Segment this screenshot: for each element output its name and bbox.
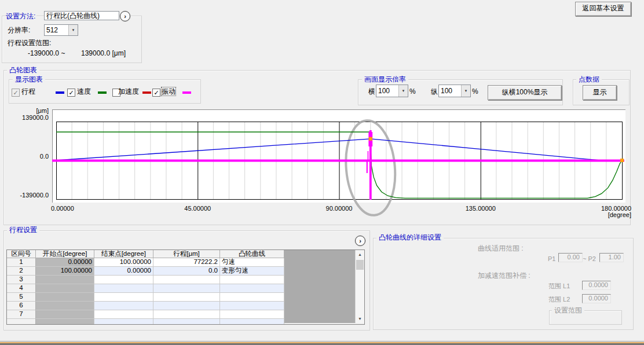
table-cell[interactable]	[36, 293, 94, 302]
stroke-expand-button[interactable]: ›	[355, 236, 365, 246]
table-cell[interactable]	[36, 310, 94, 319]
svg-text:45.00000: 45.00000	[184, 205, 211, 212]
h-percent-label: %	[409, 87, 416, 96]
point-data-show-button[interactable]: 显示	[583, 85, 617, 100]
setting-method-value[interactable]: 行程比(凸轮曲线)	[44, 11, 119, 20]
back-to-basic-button[interactable]: 返回基本设置	[575, 2, 631, 16]
resolution-value: 512	[45, 27, 68, 34]
v-zoom-combo[interactable]: 100 ▼	[438, 85, 471, 97]
stroke-range-to: 139000.0 [μm]	[81, 49, 126, 57]
table-cell[interactable]	[220, 276, 284, 284]
checkbox-vibration[interactable]	[152, 89, 160, 97]
table-cell[interactable]	[36, 302, 94, 310]
table-cell[interactable]	[94, 310, 153, 319]
table-cell[interactable]: 100.00000	[94, 258, 153, 267]
table-cell[interactable]	[220, 284, 284, 293]
dropdown-arrow-icon[interactable]: ▼	[398, 85, 408, 97]
table-cell[interactable]	[220, 310, 284, 319]
legend-color-vibration	[182, 91, 191, 94]
cam-chart-canvas: 0.0000045.0000090.00000135.00000180.0000…	[0, 106, 644, 223]
curve-range-label: 曲线适用范围 :	[478, 245, 524, 252]
svg-text:90.00000: 90.00000	[326, 205, 353, 212]
zoom-group-title: 画面显示倍率	[362, 76, 408, 83]
table-cell[interactable]	[94, 302, 153, 310]
table-cell[interactable]: 0.00000	[36, 258, 94, 267]
resolution-combo[interactable]: 512 ▼	[44, 24, 78, 36]
table-rownum-cell: 6	[7, 302, 36, 310]
checkbox-velocity[interactable]	[67, 89, 75, 97]
checkbox-stroke[interactable]	[12, 89, 20, 97]
dropdown-arrow-icon[interactable]: ▼	[461, 85, 470, 97]
table-header-cell: 开始点[degree]	[36, 250, 94, 258]
legend-color-acceleration	[142, 91, 151, 94]
table-cell[interactable]	[94, 284, 153, 293]
table-cell[interactable]	[220, 293, 284, 302]
table-rownum-cell: 7	[7, 310, 36, 319]
table-cell[interactable]	[36, 319, 94, 325]
table-cell[interactable]	[220, 319, 284, 325]
stroke-range-from: -139000.0 ~	[28, 49, 65, 57]
setting-method-label: 设置方法:	[6, 12, 36, 20]
scrollbar-thumb[interactable]	[356, 260, 364, 270]
table-cell[interactable]: 变形匀速	[220, 267, 284, 276]
accel-comp-label: 加减速范围补偿 :	[478, 272, 530, 280]
range-l1-field: 0.0000	[582, 281, 611, 290]
table-scrollbar[interactable]	[355, 250, 364, 323]
scroll-up-icon[interactable]	[356, 250, 364, 259]
table-header-cell: 凸轮曲线	[220, 250, 284, 258]
table-cell[interactable]	[94, 319, 153, 325]
table-cell[interactable]	[36, 284, 94, 293]
table-filler	[284, 250, 355, 323]
table-cell[interactable]	[94, 293, 153, 302]
table-rownum-cell	[7, 319, 36, 325]
table-header-cell: 行程[μm]	[153, 250, 220, 258]
table-cell[interactable]	[94, 276, 153, 284]
table-cell[interactable]	[153, 293, 220, 302]
setting-method-expand-button[interactable]: ›	[120, 11, 130, 21]
stroke-table: 区间号开始点[degree]结束点[degree]行程[μm]凸轮曲线10.00…	[6, 249, 365, 325]
p1-field: 0.00	[558, 253, 583, 262]
svg-text:135.00000: 135.00000	[466, 205, 496, 212]
cam-curve-detail-title: 凸轮曲线的详细设置	[376, 234, 444, 241]
p1-label: P1	[548, 255, 555, 263]
table-cell[interactable]: 77222.2	[153, 258, 220, 267]
table-cell[interactable]	[220, 302, 284, 310]
dropdown-arrow-icon[interactable]: ▼	[68, 25, 78, 35]
chevron-right-icon: ›	[359, 238, 361, 244]
table-cell[interactable]: 0.00000	[94, 267, 153, 276]
range-l1-label: 范围 L1	[548, 282, 570, 290]
h-zoom-value: 100	[376, 87, 398, 94]
table-rownum-cell: 4	[7, 284, 36, 293]
table-cell[interactable]	[153, 310, 220, 319]
table-cell[interactable]	[153, 319, 220, 325]
legend-color-velocity	[98, 91, 107, 94]
table-cell[interactable]	[36, 276, 94, 284]
h-zoom-combo[interactable]: 100 ▼	[376, 85, 408, 97]
resolution-label: 分辨率:	[8, 26, 30, 34]
svg-text:[degree]: [degree]	[608, 211, 631, 218]
table-cell[interactable]: 0.0	[153, 267, 220, 276]
table-header-cell: 结束点[degree]	[94, 250, 153, 258]
svg-text:0.00000: 0.00000	[51, 205, 74, 212]
stroke-setting-title: 行程设置	[7, 226, 39, 234]
stroke-range-label: 行程设置范围:	[8, 39, 51, 47]
table-cell[interactable]	[153, 302, 220, 310]
legend-label-vibration: 振动	[162, 87, 175, 96]
set-range-title: 设置范围	[552, 307, 584, 314]
h-zoom-label: 横	[368, 87, 375, 96]
fit-100-button[interactable]: 纵横100%显示	[488, 85, 562, 100]
table-cell[interactable]	[153, 276, 220, 284]
cam-setting-window: 设置方法: 行程比(凸轮曲线) › 分辨率: 512 ▼ 行程设置范围: -13…	[0, 0, 644, 345]
table-cell[interactable]	[153, 284, 220, 293]
range-l2-label: 范围 L2	[548, 296, 570, 303]
display-chart-group-title: 显示图表	[13, 76, 45, 83]
table-cell[interactable]: 匀速	[220, 258, 284, 267]
table-rownum-cell: 2	[7, 267, 36, 276]
table-cell[interactable]: 100.00000	[36, 267, 94, 276]
legend-label-velocity: 速度	[77, 87, 91, 96]
range-l2-field: 0.0000	[582, 294, 611, 303]
scroll-down-icon[interactable]	[356, 314, 364, 323]
svg-text:[μm]: [μm]	[36, 107, 49, 114]
v-percent-label: %	[472, 87, 478, 96]
table-rownum-cell: 1	[7, 258, 36, 267]
